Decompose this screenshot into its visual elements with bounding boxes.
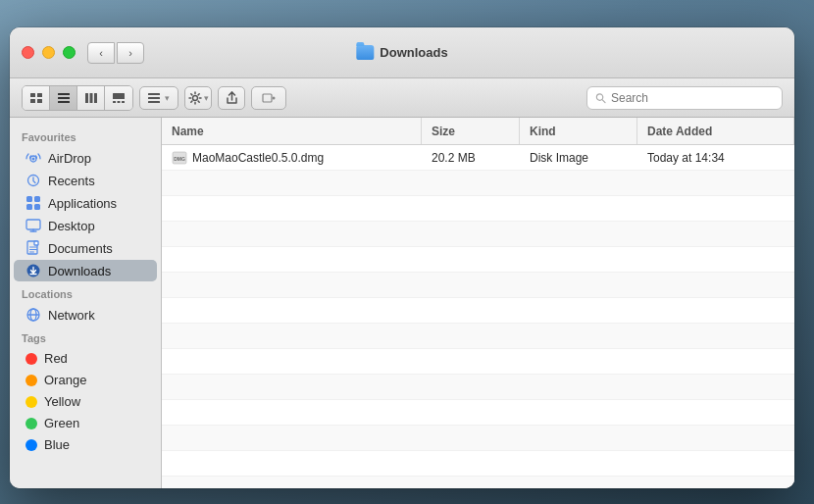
file-date: Today at 14:34 <box>647 151 725 165</box>
column-date-header[interactable]: Date Added <box>637 118 794 144</box>
documents-label: Documents <box>48 241 113 256</box>
svg-rect-4 <box>58 93 70 95</box>
tag-orange-dot <box>25 375 37 386</box>
recents-label: Recents <box>48 174 95 188</box>
share-button[interactable] <box>218 86 245 110</box>
sidebar-item-downloads[interactable]: Downloads <box>14 260 157 281</box>
file-name-cell: DMG MaoMaoCastle0.5.0.dmg <box>162 145 422 170</box>
tag-red-label: Red <box>44 351 68 366</box>
network-icon <box>25 307 41 323</box>
svg-rect-0 <box>30 93 35 97</box>
svg-rect-15 <box>148 97 160 99</box>
forward-button[interactable]: › <box>117 42 144 64</box>
search-input[interactable] <box>611 91 774 105</box>
gallery-view-icon <box>112 92 126 104</box>
traffic-lights <box>22 46 76 59</box>
svg-point-19 <box>273 96 276 99</box>
column-kind-header[interactable]: Kind <box>520 118 637 144</box>
sidebar-item-applications[interactable]: Applications <box>14 192 157 214</box>
empty-row <box>162 273 794 298</box>
svg-rect-12 <box>118 101 121 103</box>
tag-yellow-label: Yellow <box>44 394 80 409</box>
svg-point-22 <box>32 158 35 161</box>
sidebar-item-tag-blue[interactable]: Blue <box>14 434 157 455</box>
group-dropdown[interactable]: ▾ <box>139 86 178 110</box>
empty-row <box>162 426 794 451</box>
downloads-label: Downloads <box>48 264 111 278</box>
svg-rect-28 <box>26 220 40 229</box>
svg-rect-1 <box>37 93 42 97</box>
sidebar-item-tag-green[interactable]: Green <box>14 413 157 433</box>
gear-icon <box>188 91 202 105</box>
sidebar-item-recents[interactable]: Recents <box>14 170 157 191</box>
favourites-header: Favourites <box>10 126 161 146</box>
desktop-icon <box>25 218 41 233</box>
search-bar[interactable] <box>586 86 783 110</box>
empty-row <box>162 298 794 324</box>
sidebar-item-tag-red[interactable]: Red <box>14 348 157 369</box>
airdrop-icon <box>25 150 41 166</box>
empty-row <box>162 375 794 400</box>
svg-rect-24 <box>26 196 32 202</box>
maximize-button[interactable] <box>63 46 76 59</box>
empty-row <box>162 222 794 247</box>
group-icon <box>148 93 160 103</box>
action-button[interactable]: ▾ <box>184 86 212 110</box>
tag-button[interactable] <box>251 86 286 110</box>
svg-rect-9 <box>94 93 97 103</box>
svg-rect-2 <box>30 99 35 103</box>
svg-rect-11 <box>113 101 116 103</box>
back-button[interactable]: ‹ <box>87 42 115 64</box>
applications-label: Applications <box>48 196 117 211</box>
empty-row <box>162 349 794 375</box>
svg-text:DMG: DMG <box>174 156 185 162</box>
tag-blue-label: Blue <box>44 437 70 452</box>
folder-icon <box>356 45 374 60</box>
empty-row <box>162 171 794 196</box>
minimize-button[interactable] <box>42 46 55 59</box>
sidebar-item-desktop[interactable]: Desktop <box>14 215 157 236</box>
sidebar-item-tag-yellow[interactable]: Yellow <box>14 391 157 412</box>
svg-rect-13 <box>122 101 125 103</box>
svg-rect-10 <box>113 93 125 99</box>
tag-icon <box>262 93 276 103</box>
network-label: Network <box>48 308 95 323</box>
column-view-button[interactable] <box>77 86 105 110</box>
file-list-header: Name Size Kind Date Added <box>162 118 794 145</box>
sidebar-item-airdrop[interactable]: AirDrop <box>14 147 157 169</box>
empty-row <box>162 477 794 488</box>
back-icon: ‹ <box>99 47 103 59</box>
forward-icon: › <box>128 47 132 59</box>
sidebar-item-tag-orange[interactable]: Orange <box>14 370 157 390</box>
desktop-label: Desktop <box>48 219 95 233</box>
sidebar-item-documents[interactable]: Documents <box>14 237 157 259</box>
svg-rect-5 <box>58 97 70 99</box>
empty-row <box>162 196 794 222</box>
list-view-button[interactable] <box>50 86 77 110</box>
column-name-header[interactable]: Name <box>162 118 422 144</box>
file-size: 20.2 MB <box>432 151 476 165</box>
icon-grid-icon <box>29 92 43 104</box>
table-row[interactable]: DMG MaoMaoCastle0.5.0.dmg 20.2 MB Disk I… <box>162 145 794 171</box>
documents-icon <box>25 240 41 256</box>
window-title-area: Downloads <box>356 45 447 60</box>
tag-green-label: Green <box>44 416 79 430</box>
tag-red-dot <box>25 353 37 365</box>
file-date-cell: Today at 14:34 <box>637 145 794 170</box>
svg-rect-27 <box>34 204 40 210</box>
titlebar: ‹ › Downloads <box>10 27 794 78</box>
icon-view-button[interactable] <box>23 86 50 110</box>
locations-header: Locations <box>10 282 161 303</box>
nav-buttons: ‹ › <box>87 42 144 64</box>
action-chevron: ▾ <box>204 93 209 103</box>
gallery-view-button[interactable] <box>105 86 132 110</box>
svg-rect-7 <box>85 93 88 103</box>
column-size-header[interactable]: Size <box>422 118 520 144</box>
search-icon <box>595 92 606 104</box>
file-size-cell: 20.2 MB <box>422 145 520 170</box>
main-content: Favourites AirDrop <box>10 118 794 488</box>
empty-row <box>162 451 794 477</box>
close-button[interactable] <box>22 46 34 59</box>
svg-rect-16 <box>148 101 160 103</box>
sidebar-item-network[interactable]: Network <box>14 304 157 326</box>
